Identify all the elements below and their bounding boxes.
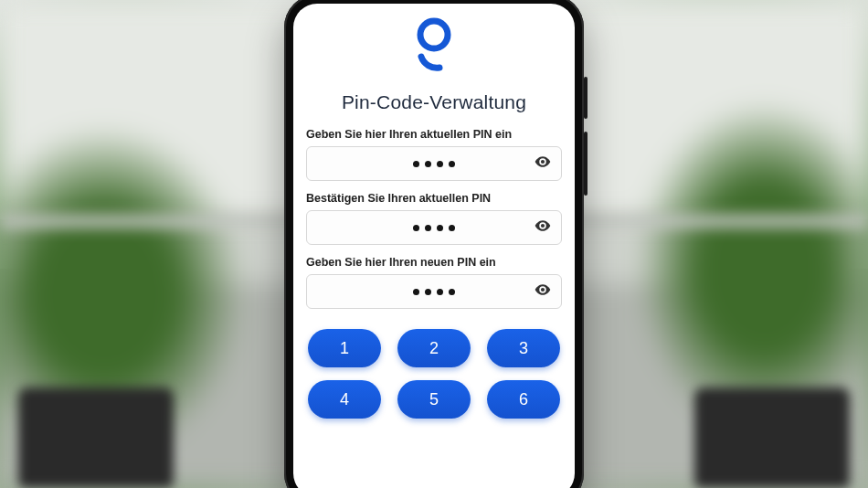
keypad-key-1[interactable]: 1 [308,329,381,367]
pin-input-confirm[interactable] [306,210,562,245]
keypad-key-6[interactable]: 6 [487,380,560,419]
scene-background: Pin-Code-Verwaltung Geben Sie hier Ihren… [0,0,868,488]
eye-icon[interactable] [534,217,552,239]
keypad-key-4[interactable]: 4 [308,380,381,419]
field-label: Geben Sie hier Ihren aktuellen PIN ein [306,128,562,141]
field-label: Geben Sie hier Ihren neuen PIN ein [306,256,562,269]
brand-logo [306,9,562,82]
app-screen: Pin-Code-Verwaltung Geben Sie hier Ihren… [293,4,575,488]
keypad-key-3[interactable]: 3 [487,329,560,367]
eye-icon[interactable] [534,153,552,175]
phone-side-button [584,132,587,196]
plant-pot-right [694,387,850,488]
svg-point-0 [420,21,448,48]
phone-side-button [584,77,587,119]
keypad-key-5[interactable]: 5 [397,380,471,419]
pin-input-current[interactable] [306,146,562,181]
pin-input-new[interactable] [306,274,562,309]
pin-field-current: Geben Sie hier Ihren aktuellen PIN ein [306,128,562,181]
pin-field-new: Geben Sie hier Ihren neuen PIN ein [306,256,562,309]
phone-frame: Pin-Code-Verwaltung Geben Sie hier Ihren… [284,0,584,488]
numeric-keypad: 1 2 3 4 5 6 [306,325,562,419]
plant-pot-left [18,387,174,488]
brand-logo-icon [408,15,460,75]
eye-icon[interactable] [534,281,552,302]
pin-field-confirm: Bestätigen Sie Ihren aktuellen PIN [306,192,562,245]
pin-mask [413,225,455,231]
keypad-key-2[interactable]: 2 [397,329,471,367]
pin-mask [413,289,455,295]
page-title: Pin-Code-Verwaltung [306,91,562,113]
pin-mask [413,161,455,167]
field-label: Bestätigen Sie Ihren aktuellen PIN [306,192,562,205]
